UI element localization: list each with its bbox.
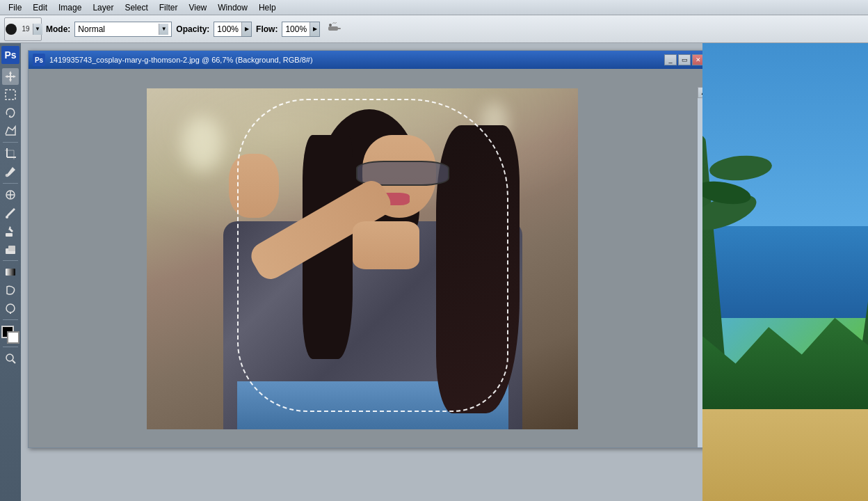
brush-icon — [4, 207, 17, 219]
scrollbar-up-button[interactable]: ▲ — [698, 87, 702, 98]
eyedropper-tool[interactable] — [2, 164, 19, 180]
tool-separator-1 — [3, 142, 18, 143]
opacity-label: Opacity: — [176, 24, 209, 34]
polygonal-lasso-icon — [4, 125, 17, 137]
menu-help[interactable]: Help — [253, 1, 282, 14]
right-background-image — [702, 43, 868, 501]
menu-filter[interactable]: Filter — [154, 1, 184, 14]
eyedropper-icon — [4, 166, 17, 178]
zoom-tool[interactable] — [2, 350, 19, 367]
mode-dropdown[interactable]: Normal ▼ — [74, 22, 172, 37]
svg-rect-20 — [8, 246, 15, 251]
brush-size-display: 19 — [22, 25, 29, 33]
flow-box[interactable]: 100% ▶ — [282, 22, 320, 37]
left-toolbar: Ps — [0, 43, 21, 501]
tool-separator-5 — [3, 347, 18, 347]
gradient-tool[interactable] — [2, 264, 19, 280]
eraser-tool[interactable] — [2, 241, 19, 257]
brush-tool-icon — [3, 22, 19, 37]
minimize-button[interactable]: _ — [664, 54, 677, 65]
svg-rect-8 — [6, 90, 15, 100]
svg-point-24 — [6, 354, 13, 361]
clone-stamp-tool[interactable] — [2, 223, 19, 239]
document-titlebar: Ps 1419935743_cosplay-mary-g-thomson-2.j… — [29, 51, 702, 69]
svg-point-22 — [6, 304, 15, 312]
mode-label: Mode: — [46, 24, 70, 34]
photoshop-logo: Ps — [1, 46, 19, 64]
menu-select[interactable]: Select — [119, 1, 153, 14]
move-tool[interactable] — [2, 68, 19, 85]
svg-point-0 — [6, 24, 17, 35]
scrollbar-track[interactable] — [698, 98, 702, 447]
svg-line-25 — [13, 360, 15, 363]
tool-separator-4 — [3, 319, 18, 320]
gradient-icon — [4, 266, 17, 278]
mode-dropdown-arrow[interactable]: ▼ — [159, 24, 168, 35]
close-button[interactable]: ✕ — [692, 54, 702, 65]
mode-value: Normal — [78, 24, 159, 34]
dodge-icon — [4, 302, 17, 315]
marquee-tool[interactable] — [2, 86, 19, 103]
svg-rect-18 — [6, 233, 13, 237]
menu-view[interactable]: View — [183, 1, 212, 14]
brush-tool-button[interactable]: 19 ▼ — [4, 17, 42, 41]
smudge-tool[interactable] — [2, 282, 19, 299]
canvas-content[interactable]: ▲ ▼ — [29, 69, 702, 447]
brush-dropdown-arrow[interactable]: ▼ — [33, 24, 42, 35]
svg-rect-21 — [6, 269, 15, 276]
zoom-icon — [4, 352, 17, 365]
lasso-tool[interactable] — [2, 104, 19, 121]
svg-point-17 — [6, 216, 8, 218]
doc-ps-badge: Ps — [33, 54, 45, 66]
main-area: Ps — [0, 43, 868, 501]
crop-icon — [4, 148, 17, 160]
right-panel — [702, 43, 868, 501]
svg-point-3 — [329, 24, 332, 26]
tool-separator-3 — [3, 260, 18, 261]
flow-label: Flow: — [256, 24, 278, 34]
opacity-box[interactable]: 100% ▶ — [214, 22, 252, 37]
move-icon — [4, 70, 17, 83]
svg-rect-1 — [328, 26, 338, 31]
healing-brush-icon — [4, 189, 17, 201]
opacity-value: 100% — [214, 24, 241, 34]
svg-point-13 — [6, 174, 8, 177]
restore-button[interactable]: ▭ — [678, 54, 691, 65]
tool-separator-2 — [3, 183, 18, 184]
menu-image[interactable]: Image — [53, 1, 87, 14]
photo-container — [147, 88, 578, 429]
menu-layer[interactable]: Layer — [87, 1, 119, 14]
background-color[interactable] — [7, 331, 19, 344]
brush-tool[interactable] — [2, 205, 19, 221]
polygonal-lasso-tool[interactable] — [2, 122, 19, 139]
canvas-area[interactable]: Ps 1419935743_cosplay-mary-g-thomson-2.j… — [21, 43, 702, 501]
crop-tool[interactable] — [2, 145, 19, 162]
opacity-arrow[interactable]: ▶ — [241, 22, 251, 36]
menu-edit[interactable]: Edit — [27, 1, 53, 14]
toolbar: 19 ▼ Mode: Normal ▼ Opacity: 100% ▶ Flow… — [0, 15, 868, 43]
marquee-icon — [4, 88, 17, 101]
document-title: 1419935743_cosplay-mary-g-thomson-2.jpg … — [49, 56, 660, 64]
menu-bar: File Edit Image Layer Select Filter View… — [0, 0, 868, 15]
eraser-icon — [4, 243, 17, 255]
lasso-icon — [4, 106, 17, 119]
document-window: Ps 1419935743_cosplay-mary-g-thomson-2.j… — [28, 50, 702, 448]
color-swatches[interactable] — [1, 326, 19, 344]
airbrush-icon — [327, 19, 342, 35]
menu-file[interactable]: File — [3, 1, 27, 14]
svg-marker-7 — [5, 71, 16, 82]
vertical-scrollbar[interactable]: ▲ ▼ — [698, 87, 702, 447]
svg-rect-2 — [337, 28, 341, 29]
smudge-icon — [4, 284, 17, 296]
flow-value: 100% — [282, 24, 310, 34]
dodge-tool[interactable] — [2, 300, 19, 317]
flow-arrow[interactable]: ▶ — [310, 22, 319, 36]
brush-icon — [3, 22, 19, 37]
window-controls: _ ▭ ✕ — [664, 54, 702, 65]
clone-stamp-icon — [4, 225, 17, 237]
healing-brush-tool[interactable] — [2, 186, 19, 203]
menu-window[interactable]: Window — [212, 1, 253, 14]
airbrush-button[interactable] — [327, 19, 342, 38]
